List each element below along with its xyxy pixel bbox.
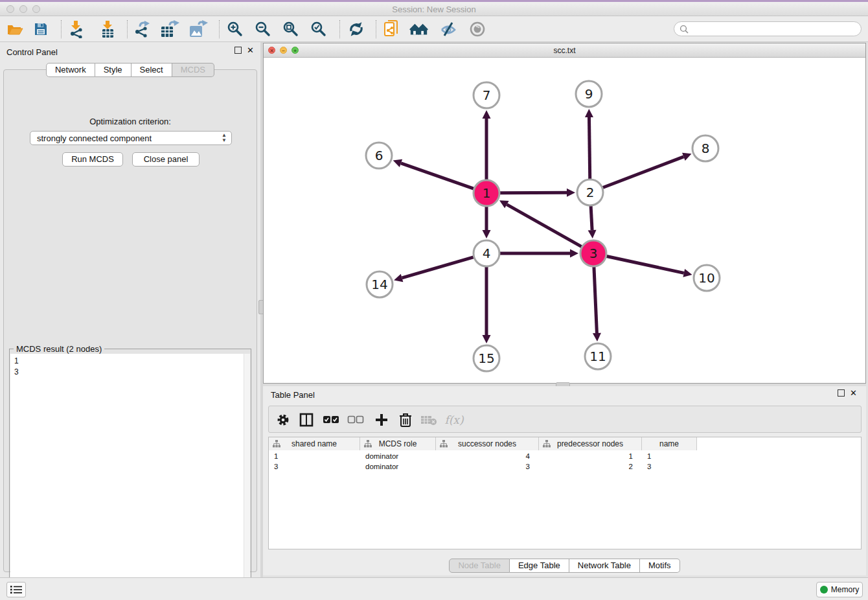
column-header-predecessor-nodes[interactable]: predecessor nodes <box>539 437 642 450</box>
graph-edge-3-1[interactable] <box>507 205 581 247</box>
control-panel-body: Network Style Select MCDS Optimization c… <box>3 69 257 572</box>
float-panel-icon[interactable] <box>234 47 242 54</box>
optimization-criterion-label: Optimization criterion: <box>4 117 257 126</box>
close-panel-icon[interactable]: ✕ <box>247 47 254 54</box>
memory-label: Memory <box>831 585 859 594</box>
column-layout-icon[interactable] <box>297 411 315 428</box>
export-image-icon[interactable] <box>188 20 208 38</box>
refresh-view-icon[interactable] <box>347 20 366 38</box>
column-header-name[interactable]: name <box>642 437 697 450</box>
graph-edge-arrowhead <box>588 230 597 238</box>
graph-edge-4-14[interactable] <box>402 257 474 278</box>
delete-table-icon[interactable] <box>420 411 438 428</box>
memory-button[interactable]: Memory <box>816 582 863 597</box>
tab-network-table[interactable]: Network Table <box>569 559 640 573</box>
status-bar: Memory <box>0 577 868 600</box>
toolbar-separator <box>376 20 376 38</box>
tab-motifs[interactable]: Motifs <box>640 559 680 573</box>
list-icon <box>10 585 22 594</box>
cell-shared-name[interactable]: 3 <box>269 461 360 472</box>
graph-edge-1-2[interactable] <box>500 192 567 193</box>
graph-edge-3-10[interactable] <box>607 256 684 273</box>
graph-edge-3-11[interactable] <box>594 267 597 333</box>
hide-selected-icon[interactable] <box>439 20 458 38</box>
graph-node-label: 10 <box>698 270 714 286</box>
tab-mcds[interactable]: MCDS <box>172 63 214 77</box>
zoom-fit-icon[interactable] <box>281 20 301 38</box>
select-all-columns-icon[interactable] <box>322 411 340 428</box>
network-window-titlebar[interactable]: ✕ − + scc.txt <box>264 43 865 58</box>
import-network-icon[interactable] <box>67 20 86 38</box>
chevron-up-down-icon: ▲▼ <box>222 133 227 143</box>
search-input[interactable] <box>689 23 861 35</box>
add-column-icon[interactable] <box>372 411 391 428</box>
table-row[interactable]: 1 dominator 4 1 1 <box>269 451 697 461</box>
export-table-icon[interactable] <box>160 20 179 38</box>
zoom-in-icon[interactable] <box>225 20 245 38</box>
network-graph[interactable]: 7968124314101511 <box>264 58 865 383</box>
column-header-successor-nodes[interactable]: successor nodes <box>436 437 539 450</box>
delete-column-icon[interactable] <box>396 411 415 428</box>
cell-successor-nodes[interactable]: 3 <box>436 461 539 472</box>
run-mcds-button[interactable]: Run MCDS <box>62 152 123 167</box>
cell-mcds-role[interactable]: dominator <box>360 451 436 461</box>
export-network-icon[interactable] <box>133 20 152 38</box>
save-session-icon[interactable] <box>31 20 51 38</box>
column-label: MCDS role <box>379 439 417 448</box>
close-panel-button[interactable]: Close panel <box>132 152 200 167</box>
tab-edge-table[interactable]: Edge Table <box>510 559 569 573</box>
tab-style[interactable]: Style <box>95 63 131 77</box>
cell-name[interactable]: 1 <box>642 451 697 461</box>
table-panel: Table Panel ✕ <box>263 386 866 575</box>
cell-predecessor-nodes[interactable]: 2 <box>539 461 642 472</box>
search-field[interactable] <box>674 21 862 36</box>
task-history-button[interactable] <box>6 582 26 597</box>
cell-predecessor-nodes[interactable]: 1 <box>539 451 642 461</box>
column-header-mcds-role[interactable]: MCDS role <box>360 437 436 450</box>
tab-network[interactable]: Network <box>46 63 95 77</box>
column-label: name <box>659 439 679 448</box>
cell-mcds-role[interactable]: dominator <box>360 461 436 472</box>
mcds-result-groupbox: MCDS result (2 nodes) 1 3 <box>9 349 251 595</box>
graph-node-label: 14 <box>371 277 387 292</box>
cell-shared-name[interactable]: 1 <box>269 451 360 461</box>
graph-edge-2-8[interactable] <box>603 157 684 188</box>
table-toolbar: f(x) <box>268 406 862 433</box>
tab-node-table[interactable]: Node Table <box>449 559 510 573</box>
control-panel-title: Control Panel <box>6 47 58 57</box>
table-row[interactable]: 3 dominator 3 2 3 <box>269 461 697 472</box>
open-session-icon[interactable] <box>5 20 25 38</box>
toolbar-separator <box>127 20 128 38</box>
first-neighbors-icon[interactable] <box>409 20 429 38</box>
criterion-dropdown[interactable]: strongly connected component ▲▼ <box>30 131 232 145</box>
graph-edge-2-9[interactable] <box>589 117 589 179</box>
deselect-all-columns-icon[interactable] <box>347 411 365 428</box>
network-window-title: scc.txt <box>264 46 865 55</box>
graph-edge-arrowhead <box>585 109 593 117</box>
close-panel-icon[interactable]: ✕ <box>850 389 857 397</box>
column-header-shared-name[interactable]: shared name <box>269 437 360 450</box>
cell-name[interactable]: 3 <box>642 461 697 472</box>
zoom-selected-icon[interactable] <box>309 20 328 38</box>
graph-edge-arrowhead <box>483 230 491 238</box>
table-settings-icon[interactable] <box>274 411 292 428</box>
graph-edge-arrowhead <box>593 333 601 341</box>
table-panel-tabs: Node Table Edge Table Network Table Moti… <box>263 559 866 573</box>
graph-node-label: 2 <box>586 185 595 200</box>
zoom-out-icon[interactable] <box>253 20 273 38</box>
show-all-icon[interactable] <box>468 20 487 38</box>
graph-edge-arrowhead <box>393 159 402 167</box>
import-table-icon[interactable] <box>98 20 117 38</box>
mcds-result-text[interactable]: 1 3 <box>10 354 244 594</box>
graph-edge-1-6[interactable] <box>401 163 474 189</box>
graph-edge-2-3[interactable] <box>591 206 592 230</box>
clone-network-icon[interactable] <box>382 20 402 38</box>
cell-successor-nodes[interactable]: 4 <box>436 451 539 461</box>
result-scrollbar[interactable] <box>244 354 250 594</box>
graph-node-label: 1 <box>483 185 491 201</box>
float-panel-icon[interactable] <box>838 389 845 397</box>
function-builder-icon[interactable]: f(x) <box>445 411 463 428</box>
tab-select[interactable]: Select <box>131 63 172 77</box>
window-titlebar[interactable]: Session: New Session <box>0 2 868 16</box>
graph-node-label: 9 <box>585 86 593 102</box>
